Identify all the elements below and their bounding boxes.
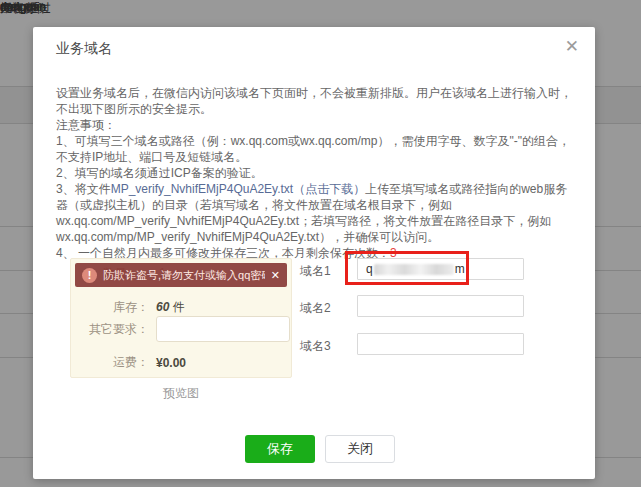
other-requirements-row: 其它要求：: [71, 316, 291, 342]
domain-2-input[interactable]: [357, 295, 524, 317]
notes-title: 注意事项：: [56, 117, 576, 133]
save-button[interactable]: 保存: [245, 435, 315, 463]
stock-row: 库存： 60 件: [71, 299, 291, 316]
banner-close-icon: ✕: [271, 269, 280, 282]
domain-1-label: 域名1: [300, 263, 331, 280]
close-button[interactable]: 关闭: [325, 435, 395, 463]
note-item-2: 2、填写的域名须通过ICP备案的验证。: [56, 165, 576, 181]
domain-2-label: 域名2: [300, 300, 331, 317]
dialog-body-text: 设置业务域名后，在微信内访问该域名下页面时，不会被重新排版。用户在该域名上进行输…: [56, 85, 576, 261]
redacted-domain-value: [374, 264, 454, 275]
shipping-fee-value: ¥0.00: [156, 356, 186, 370]
stock-value: 60: [156, 300, 169, 314]
domain-3-input[interactable]: [357, 333, 524, 355]
exclamation-icon: !: [82, 268, 97, 283]
verify-file-link[interactable]: MP_verify_NvhifEMjP4QuA2Ey.txt: [111, 182, 294, 196]
shipping-row: 运费： ¥0.00: [71, 354, 291, 371]
intro-paragraph: 设置业务域名后，在微信内访问该域名下页面时，不会被重新排版。用户在该域名上进行输…: [56, 85, 576, 117]
preview-caption: 预览图: [70, 385, 292, 402]
domain-1-input[interactable]: qm: [357, 258, 524, 280]
security-warning-preview-image: 数量：-1+ ! 防欺诈盗号,请勿支付或输入qq密码 ✕ 库存： 60 件 其它…: [70, 258, 292, 378]
fraud-warning-text: 防欺诈盗号,请勿支付或输入qq密码: [103, 268, 265, 283]
note-item-3: 3、将文件MP_verify_NvhifEMjP4QuA2Ey.txt（点击下载…: [56, 181, 576, 245]
dialog-title: 业务域名: [56, 40, 112, 58]
business-domain-dialog: 业务域名 ✕ 设置业务域名后，在微信内访问该域名下页面时，不会被重新排版。用户在…: [33, 27, 595, 479]
other-requirements-input: [156, 316, 290, 342]
click-download-link[interactable]: （点击下载）: [293, 182, 365, 196]
fraud-warning-banner: ! 防欺诈盗号,请勿支付或输入qq密码 ✕: [75, 263, 287, 287]
domain-3-label: 域名3: [300, 338, 331, 355]
close-icon[interactable]: ✕: [565, 37, 579, 57]
note-item-1: 1、可填写三个域名或路径（例：wx.qq.com或wx.qq.com/mp），需…: [56, 133, 576, 165]
